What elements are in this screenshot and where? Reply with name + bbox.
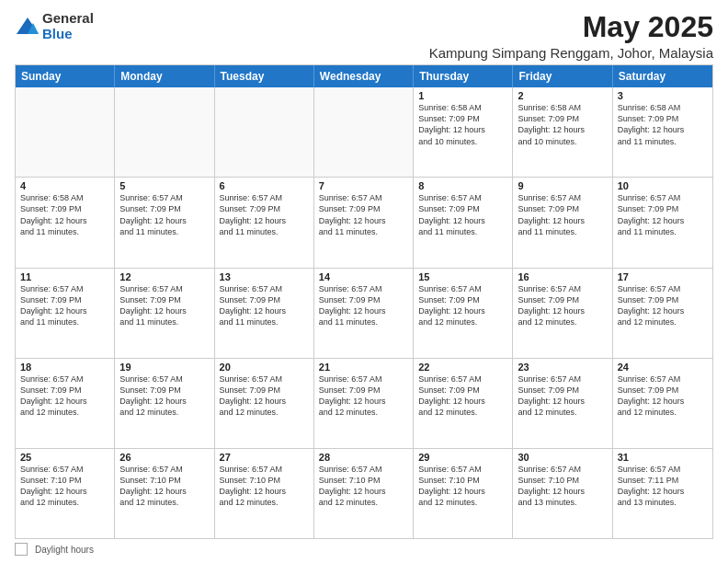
day-info: Sunrise: 6:57 AM Sunset: 7:11 PM Dayligh…	[618, 464, 708, 509]
calendar-cell: 13Sunrise: 6:57 AM Sunset: 7:09 PM Dayli…	[215, 269, 314, 358]
day-info: Sunrise: 6:57 AM Sunset: 7:09 PM Dayligh…	[418, 373, 507, 419]
day-number: 6	[220, 180, 309, 191]
day-info: Sunrise: 6:57 AM Sunset: 7:09 PM Dayligh…	[20, 283, 109, 328]
day-info: Sunrise: 6:57 AM Sunset: 7:09 PM Dayligh…	[119, 192, 209, 237]
day-info: Sunrise: 6:57 AM Sunset: 7:09 PM Dayligh…	[220, 192, 309, 237]
day-info: Sunrise: 6:57 AM Sunset: 7:09 PM Dayligh…	[618, 192, 708, 237]
calendar-cell: 21Sunrise: 6:57 AM Sunset: 7:09 PM Dayli…	[314, 359, 414, 448]
calendar-cell: 27Sunrise: 6:57 AM Sunset: 7:10 PM Dayli…	[215, 449, 314, 538]
header: General Blue May 2025 Kampung Simpang Re…	[15, 11, 713, 61]
calendar-cell: 24Sunrise: 6:57 AM Sunset: 7:09 PM Dayli…	[613, 359, 712, 448]
day-info: Sunrise: 6:57 AM Sunset: 7:09 PM Dayligh…	[518, 192, 607, 237]
header-cell-sunday: Sunday	[16, 65, 115, 87]
day-number: 23	[518, 362, 607, 373]
day-info: Sunrise: 6:57 AM Sunset: 7:09 PM Dayligh…	[518, 373, 607, 419]
calendar-cell: 12Sunrise: 6:57 AM Sunset: 7:09 PM Dayli…	[115, 269, 214, 358]
day-info: Sunrise: 6:57 AM Sunset: 7:09 PM Dayligh…	[418, 192, 507, 237]
calendar-cell: 6Sunrise: 6:57 AM Sunset: 7:09 PM Daylig…	[215, 178, 314, 267]
logo-general: General	[42, 11, 94, 27]
calendar-cell: 22Sunrise: 6:57 AM Sunset: 7:09 PM Dayli…	[414, 359, 513, 448]
calendar-row-1: 4Sunrise: 6:58 AM Sunset: 7:09 PM Daylig…	[16, 177, 712, 267]
logo-icon	[15, 14, 40, 40]
header-cell-saturday: Saturday	[613, 65, 712, 87]
day-number: 24	[618, 362, 708, 373]
header-cell-monday: Monday	[115, 65, 214, 87]
day-number: 16	[518, 271, 607, 282]
calendar-cell: 2Sunrise: 6:58 AM Sunset: 7:09 PM Daylig…	[513, 87, 612, 177]
day-number: 18	[20, 362, 109, 373]
day-info: Sunrise: 6:57 AM Sunset: 7:10 PM Dayligh…	[220, 464, 309, 509]
calendar-header: SundayMondayTuesdayWednesdayThursdayFrid…	[16, 65, 712, 87]
footer-box	[15, 543, 28, 556]
calendar-cell	[314, 87, 414, 177]
day-number: 5	[119, 180, 209, 191]
header-cell-friday: Friday	[513, 65, 612, 87]
day-number: 20	[220, 362, 309, 373]
calendar-cell: 11Sunrise: 6:57 AM Sunset: 7:09 PM Dayli…	[16, 269, 115, 358]
day-info: Sunrise: 6:57 AM Sunset: 7:09 PM Dayligh…	[220, 283, 309, 328]
day-number: 8	[418, 180, 507, 191]
day-info: Sunrise: 6:57 AM Sunset: 7:09 PM Dayligh…	[319, 283, 408, 328]
location-title: Kampung Simpang Renggam, Johor, Malaysia	[429, 45, 713, 61]
calendar-row-4: 25Sunrise: 6:57 AM Sunset: 7:10 PM Dayli…	[16, 448, 712, 538]
logo-blue: Blue	[42, 27, 94, 42]
day-info: Sunrise: 6:57 AM Sunset: 7:09 PM Dayligh…	[119, 373, 209, 419]
calendar-cell: 17Sunrise: 6:57 AM Sunset: 7:09 PM Dayli…	[613, 269, 712, 358]
day-info: Sunrise: 6:57 AM Sunset: 7:09 PM Dayligh…	[119, 283, 209, 328]
day-number: 13	[220, 271, 309, 282]
header-cell-thursday: Thursday	[414, 65, 513, 87]
footer-label: Daylight hours	[35, 545, 94, 555]
calendar-cell: 9Sunrise: 6:57 AM Sunset: 7:09 PM Daylig…	[513, 178, 612, 267]
calendar-cell	[16, 87, 115, 177]
day-info: Sunrise: 6:57 AM Sunset: 7:09 PM Dayligh…	[618, 283, 708, 328]
day-info: Sunrise: 6:58 AM Sunset: 7:09 PM Dayligh…	[618, 102, 708, 147]
day-number: 9	[518, 180, 607, 191]
day-number: 2	[518, 90, 607, 101]
calendar-cell: 18Sunrise: 6:57 AM Sunset: 7:09 PM Dayli…	[16, 359, 115, 448]
day-number: 25	[20, 452, 109, 463]
day-number: 27	[220, 452, 309, 463]
day-number: 31	[618, 452, 708, 463]
day-number: 11	[20, 271, 109, 282]
calendar-cell: 8Sunrise: 6:57 AM Sunset: 7:09 PM Daylig…	[414, 178, 513, 267]
day-info: Sunrise: 6:57 AM Sunset: 7:09 PM Dayligh…	[518, 283, 607, 328]
calendar-cell: 31Sunrise: 6:57 AM Sunset: 7:11 PM Dayli…	[613, 449, 712, 538]
title-area: May 2025 Kampung Simpang Renggam, Johor,…	[429, 11, 713, 61]
footer: Daylight hours	[15, 543, 713, 556]
calendar-cell	[115, 87, 214, 177]
day-info: Sunrise: 6:57 AM Sunset: 7:09 PM Dayligh…	[220, 373, 309, 419]
day-number: 17	[618, 271, 708, 282]
day-info: Sunrise: 6:57 AM Sunset: 7:09 PM Dayligh…	[618, 373, 708, 419]
day-number: 7	[319, 180, 408, 191]
calendar-cell: 28Sunrise: 6:57 AM Sunset: 7:10 PM Dayli…	[314, 449, 414, 538]
day-info: Sunrise: 6:57 AM Sunset: 7:09 PM Dayligh…	[20, 373, 109, 419]
page: General Blue May 2025 Kampung Simpang Re…	[0, 0, 728, 563]
day-number: 30	[518, 452, 607, 463]
day-info: Sunrise: 6:57 AM Sunset: 7:09 PM Dayligh…	[319, 373, 408, 419]
day-info: Sunrise: 6:58 AM Sunset: 7:09 PM Dayligh…	[418, 102, 507, 147]
logo-text: General Blue	[42, 11, 94, 41]
calendar-row-3: 18Sunrise: 6:57 AM Sunset: 7:09 PM Dayli…	[16, 358, 712, 448]
calendar-cell: 1Sunrise: 6:58 AM Sunset: 7:09 PM Daylig…	[414, 87, 513, 177]
header-cell-wednesday: Wednesday	[314, 65, 414, 87]
calendar: SundayMondayTuesdayWednesdayThursdayFrid…	[15, 64, 713, 539]
day-info: Sunrise: 6:57 AM Sunset: 7:09 PM Dayligh…	[418, 283, 507, 328]
day-number: 3	[618, 90, 708, 101]
month-title: May 2025	[429, 11, 713, 43]
calendar-cell: 23Sunrise: 6:57 AM Sunset: 7:09 PM Dayli…	[513, 359, 612, 448]
calendar-cell: 10Sunrise: 6:57 AM Sunset: 7:09 PM Dayli…	[613, 178, 712, 267]
calendar-cell: 30Sunrise: 6:57 AM Sunset: 7:10 PM Dayli…	[513, 449, 612, 538]
day-number: 28	[319, 452, 408, 463]
day-number: 26	[119, 452, 209, 463]
day-info: Sunrise: 6:57 AM Sunset: 7:09 PM Dayligh…	[319, 192, 408, 237]
day-info: Sunrise: 6:58 AM Sunset: 7:09 PM Dayligh…	[20, 192, 109, 237]
day-number: 21	[319, 362, 408, 373]
day-info: Sunrise: 6:58 AM Sunset: 7:09 PM Dayligh…	[518, 102, 607, 147]
calendar-cell: 20Sunrise: 6:57 AM Sunset: 7:09 PM Dayli…	[215, 359, 314, 448]
day-number: 19	[119, 362, 209, 373]
day-info: Sunrise: 6:57 AM Sunset: 7:10 PM Dayligh…	[418, 464, 507, 509]
calendar-cell: 25Sunrise: 6:57 AM Sunset: 7:10 PM Dayli…	[16, 449, 115, 538]
calendar-cell: 3Sunrise: 6:58 AM Sunset: 7:09 PM Daylig…	[613, 87, 712, 177]
day-number: 22	[418, 362, 507, 373]
calendar-cell: 5Sunrise: 6:57 AM Sunset: 7:09 PM Daylig…	[115, 178, 214, 267]
